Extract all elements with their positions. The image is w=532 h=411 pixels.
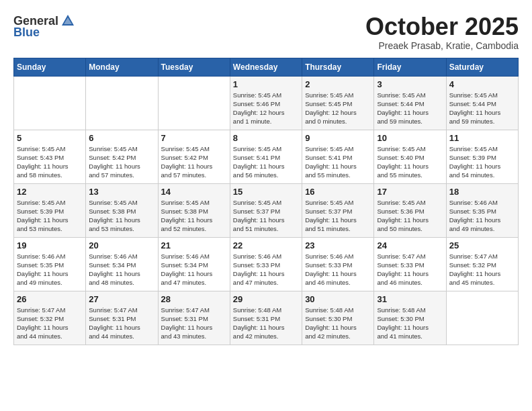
calendar-empty-cell: [86, 76, 158, 130]
day-info: Sunrise: 5:47 AM Sunset: 5:31 PM Dayligh…: [161, 306, 227, 341]
day-info: Sunrise: 5:47 AM Sunset: 5:31 PM Dayligh…: [89, 306, 154, 341]
calendar-day-16: 16Sunrise: 5:45 AM Sunset: 5:37 PM Dayli…: [302, 183, 374, 237]
calendar-week-row: 19Sunrise: 5:46 AM Sunset: 5:35 PM Dayli…: [14, 237, 519, 291]
calendar-header-row: SundayMondayTuesdayWednesdayThursdayFrid…: [14, 58, 519, 76]
day-number: 9: [305, 133, 371, 143]
day-info: Sunrise: 5:48 AM Sunset: 5:30 PM Dayligh…: [305, 306, 371, 341]
calendar-week-row: 12Sunrise: 5:45 AM Sunset: 5:39 PM Dayli…: [14, 183, 519, 237]
header-tuesday: Tuesday: [158, 58, 230, 76]
calendar-day-13: 13Sunrise: 5:45 AM Sunset: 5:38 PM Dayli…: [86, 183, 158, 237]
day-number: 17: [377, 187, 443, 197]
location-subtitle: Preaek Prasab, Kratie, Cambodia: [365, 40, 519, 51]
day-number: 27: [89, 294, 154, 304]
header-wednesday: Wednesday: [230, 58, 302, 76]
day-info: Sunrise: 5:45 AM Sunset: 5:38 PM Dayligh…: [161, 198, 227, 234]
day-info: Sunrise: 5:45 AM Sunset: 5:37 PM Dayligh…: [305, 198, 371, 234]
day-info: Sunrise: 5:47 AM Sunset: 5:32 PM Dayligh…: [449, 252, 515, 287]
header-friday: Friday: [374, 58, 446, 76]
day-number: 11: [449, 133, 515, 143]
day-number: 2: [305, 79, 371, 89]
day-number: 25: [449, 240, 515, 250]
calendar-day-17: 17Sunrise: 5:45 AM Sunset: 5:36 PM Dayli…: [374, 183, 446, 237]
calendar-day-24: 24Sunrise: 5:47 AM Sunset: 5:33 PM Dayli…: [374, 237, 446, 291]
calendar-day-19: 19Sunrise: 5:46 AM Sunset: 5:35 PM Dayli…: [14, 237, 86, 291]
day-number: 10: [377, 133, 443, 143]
calendar-day-11: 11Sunrise: 5:45 AM Sunset: 5:39 PM Dayli…: [446, 130, 518, 183]
day-info: Sunrise: 5:46 AM Sunset: 5:35 PM Dayligh…: [449, 198, 515, 234]
day-info: Sunrise: 5:45 AM Sunset: 5:37 PM Dayligh…: [233, 198, 299, 234]
day-info: Sunrise: 5:45 AM Sunset: 5:44 PM Dayligh…: [377, 91, 443, 126]
day-info: Sunrise: 5:46 AM Sunset: 5:33 PM Dayligh…: [233, 252, 299, 287]
calendar-week-row: 1Sunrise: 5:45 AM Sunset: 5:46 PM Daylig…: [14, 76, 519, 130]
day-info: Sunrise: 5:46 AM Sunset: 5:35 PM Dayligh…: [17, 252, 83, 287]
calendar-day-27: 27Sunrise: 5:47 AM Sunset: 5:31 PM Dayli…: [86, 291, 158, 345]
calendar-week-row: 5Sunrise: 5:45 AM Sunset: 5:43 PM Daylig…: [14, 130, 519, 183]
calendar-empty-cell: [446, 291, 518, 345]
calendar-day-2: 2Sunrise: 5:45 AM Sunset: 5:45 PM Daylig…: [302, 76, 374, 130]
day-number: 23: [305, 240, 371, 250]
calendar-day-28: 28Sunrise: 5:47 AM Sunset: 5:31 PM Dayli…: [158, 291, 230, 345]
month-title: October 2025: [365, 13, 519, 40]
day-info: Sunrise: 5:45 AM Sunset: 5:46 PM Dayligh…: [233, 91, 299, 126]
day-info: Sunrise: 5:46 AM Sunset: 5:34 PM Dayligh…: [161, 252, 227, 287]
day-info: Sunrise: 5:46 AM Sunset: 5:34 PM Dayligh…: [89, 252, 154, 287]
day-number: 12: [17, 187, 83, 197]
day-number: 4: [449, 79, 515, 89]
day-info: Sunrise: 5:48 AM Sunset: 5:31 PM Dayligh…: [233, 306, 299, 341]
day-info: Sunrise: 5:45 AM Sunset: 5:38 PM Dayligh…: [89, 198, 154, 234]
calendar-day-18: 18Sunrise: 5:46 AM Sunset: 5:35 PM Dayli…: [446, 183, 518, 237]
day-info: Sunrise: 5:45 AM Sunset: 5:41 PM Dayligh…: [233, 144, 299, 180]
calendar-day-10: 10Sunrise: 5:45 AM Sunset: 5:40 PM Dayli…: [374, 130, 446, 183]
day-number: 15: [233, 187, 299, 197]
day-number: 30: [305, 294, 371, 304]
calendar-day-25: 25Sunrise: 5:47 AM Sunset: 5:32 PM Dayli…: [446, 237, 518, 291]
calendar-day-5: 5Sunrise: 5:45 AM Sunset: 5:43 PM Daylig…: [14, 130, 86, 183]
calendar-day-9: 9Sunrise: 5:45 AM Sunset: 5:41 PM Daylig…: [302, 130, 374, 183]
day-number: 8: [233, 133, 299, 143]
calendar-day-12: 12Sunrise: 5:45 AM Sunset: 5:39 PM Dayli…: [14, 183, 86, 237]
day-number: 24: [377, 240, 443, 250]
logo: General Blue: [13, 13, 76, 40]
logo-icon: [60, 13, 75, 28]
calendar-day-15: 15Sunrise: 5:45 AM Sunset: 5:37 PM Dayli…: [230, 183, 302, 237]
header-sunday: Sunday: [14, 58, 86, 76]
day-number: 18: [449, 187, 515, 197]
day-info: Sunrise: 5:45 AM Sunset: 5:41 PM Dayligh…: [305, 144, 371, 180]
day-info: Sunrise: 5:45 AM Sunset: 5:36 PM Dayligh…: [377, 198, 443, 234]
calendar-day-8: 8Sunrise: 5:45 AM Sunset: 5:41 PM Daylig…: [230, 130, 302, 183]
header-saturday: Saturday: [446, 58, 518, 76]
day-info: Sunrise: 5:45 AM Sunset: 5:42 PM Dayligh…: [89, 144, 154, 180]
calendar-day-14: 14Sunrise: 5:45 AM Sunset: 5:38 PM Dayli…: [158, 183, 230, 237]
calendar-day-26: 26Sunrise: 5:47 AM Sunset: 5:32 PM Dayli…: [14, 291, 86, 345]
day-info: Sunrise: 5:47 AM Sunset: 5:32 PM Dayligh…: [17, 306, 83, 341]
day-info: Sunrise: 5:46 AM Sunset: 5:33 PM Dayligh…: [305, 252, 371, 287]
day-number: 31: [377, 294, 443, 304]
day-info: Sunrise: 5:45 AM Sunset: 5:39 PM Dayligh…: [449, 144, 515, 180]
calendar-day-1: 1Sunrise: 5:45 AM Sunset: 5:46 PM Daylig…: [230, 76, 302, 130]
calendar-day-4: 4Sunrise: 5:45 AM Sunset: 5:44 PM Daylig…: [446, 76, 518, 130]
logo-blue: Blue: [13, 26, 40, 40]
day-number: 20: [89, 240, 154, 250]
day-number: 19: [17, 240, 83, 250]
day-info: Sunrise: 5:45 AM Sunset: 5:45 PM Dayligh…: [305, 91, 371, 126]
day-number: 16: [305, 187, 371, 197]
calendar-day-21: 21Sunrise: 5:46 AM Sunset: 5:34 PM Dayli…: [158, 237, 230, 291]
calendar-day-23: 23Sunrise: 5:46 AM Sunset: 5:33 PM Dayli…: [302, 237, 374, 291]
calendar-day-22: 22Sunrise: 5:46 AM Sunset: 5:33 PM Dayli…: [230, 237, 302, 291]
day-info: Sunrise: 5:45 AM Sunset: 5:40 PM Dayligh…: [377, 144, 443, 180]
day-info: Sunrise: 5:45 AM Sunset: 5:44 PM Dayligh…: [449, 91, 515, 126]
calendar-day-7: 7Sunrise: 5:45 AM Sunset: 5:42 PM Daylig…: [158, 130, 230, 183]
day-number: 3: [377, 79, 443, 89]
calendar-day-30: 30Sunrise: 5:48 AM Sunset: 5:30 PM Dayli…: [302, 291, 374, 345]
header-thursday: Thursday: [302, 58, 374, 76]
calendar-table: SundayMondayTuesdayWednesdayThursdayFrid…: [13, 58, 519, 345]
day-info: Sunrise: 5:47 AM Sunset: 5:33 PM Dayligh…: [377, 252, 443, 287]
title-section: October 2025 Preaek Prasab, Kratie, Camb…: [365, 13, 519, 51]
day-number: 26: [17, 294, 83, 304]
calendar-day-31: 31Sunrise: 5:48 AM Sunset: 5:30 PM Dayli…: [374, 291, 446, 345]
day-number: 7: [161, 133, 227, 143]
calendar-day-29: 29Sunrise: 5:48 AM Sunset: 5:31 PM Dayli…: [230, 291, 302, 345]
day-number: 6: [89, 133, 154, 143]
day-number: 5: [17, 133, 83, 143]
day-number: 21: [161, 240, 227, 250]
